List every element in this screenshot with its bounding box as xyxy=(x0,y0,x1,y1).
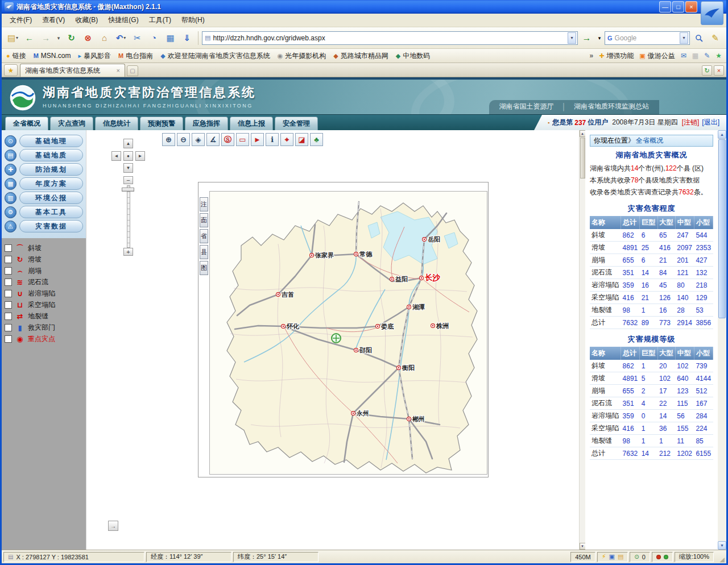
sidebar-button[interactable]: 基础地质 xyxy=(19,149,83,161)
home-button[interactable]: ⌂ xyxy=(97,30,112,45)
gift-icon[interactable]: ★ xyxy=(715,52,722,60)
zoom-slider-track[interactable] xyxy=(127,185,130,248)
zoom-control[interactable]: 缩放:100% xyxy=(675,552,714,562)
full-extent-tool[interactable]: ◈ xyxy=(192,133,205,146)
pan-down-button[interactable]: ▼ xyxy=(123,163,133,173)
breadcrumb-current[interactable]: 全省概况 xyxy=(636,136,663,146)
layer-checkbox[interactable] xyxy=(5,313,12,320)
panel-scrollbar[interactable]: ▲ ▼ xyxy=(579,130,585,550)
expand-panel-button[interactable]: → xyxy=(108,521,118,531)
menu-item[interactable]: 收藏(B) xyxy=(71,14,102,26)
gps-marker[interactable] xyxy=(332,334,341,343)
table-row[interactable]: 泥石流351422115167 xyxy=(590,397,713,410)
layer-checkbox[interactable] xyxy=(5,244,12,252)
history-dropdown[interactable]: ▾ xyxy=(55,30,63,45)
zoom-in-tool[interactable]: ⊕ xyxy=(162,133,175,146)
dropdown-arrow-icon[interactable]: ▾ xyxy=(123,35,126,40)
links-overflow-chevron[interactable]: » xyxy=(589,52,593,60)
header-link[interactable]: 湖南省国土资源厅 xyxy=(499,102,554,111)
nav-tab[interactable]: 灾点查询 xyxy=(50,117,93,130)
link-item[interactable]: ●链接 xyxy=(6,51,26,61)
logout-link[interactable]: [注销] xyxy=(682,118,700,127)
menu-item[interactable]: 帮助(H) xyxy=(177,14,209,26)
link-item[interactable]: ▸暴风影音 xyxy=(78,51,111,61)
scroll-up-icon[interactable]: ▲ xyxy=(718,130,726,139)
menu-item[interactable]: 快捷组(G) xyxy=(104,14,143,26)
table-row[interactable]: 滑坡489151026404144 xyxy=(590,372,713,385)
table-row[interactable]: 地裂缝98111185 xyxy=(590,435,713,447)
clear-tool[interactable]: ◪ xyxy=(295,133,308,146)
snap-button[interactable]: ✂ xyxy=(130,30,145,45)
network-icon[interactable]: ▣ xyxy=(609,553,614,560)
nav-tab[interactable]: 信息上报 xyxy=(230,117,273,130)
dropdown-arrow-icon[interactable]: ▾ xyxy=(16,35,18,40)
identify-tool[interactable]: ℹ xyxy=(266,133,279,146)
link-item[interactable]: ◉光年摄影机构 xyxy=(278,51,326,61)
download-button[interactable]: ⇓ xyxy=(179,30,195,45)
nav-tab[interactable]: 安全管理 xyxy=(275,117,318,130)
locate-tool[interactable]: ⌖ xyxy=(280,133,293,146)
main-scrollbar[interactable]: ▲ ▼ xyxy=(718,130,726,550)
table-row[interactable]: 崩塌655621201427 xyxy=(590,254,713,267)
close-all-button[interactable]: × xyxy=(714,65,724,76)
zoom-out-tool[interactable]: ⊖ xyxy=(177,133,190,146)
hunan-map-svg[interactable]: 张家界常德岳阳益阳长沙吉首湘潭株洲怀化娄底邵阳衡阳永州郴州 xyxy=(210,192,487,475)
notes-button[interactable]: ▦ xyxy=(163,30,178,45)
link-item[interactable]: ◆欢迎登陆湖南省地质灾害信息系统 xyxy=(160,51,270,61)
download-counter[interactable]: ⊙ 0 xyxy=(630,552,650,562)
map-layer-button[interactable]: 县 xyxy=(200,245,208,259)
lightning-icon[interactable]: ⚡ xyxy=(602,553,606,560)
favorites-sidebar-button[interactable]: ★ xyxy=(4,64,18,76)
zoom-in-slider-button[interactable]: + xyxy=(123,248,133,256)
link-item[interactable]: ▣傲游公益 xyxy=(639,51,675,61)
pan-up-button[interactable]: ▲ xyxy=(123,139,133,148)
layer-checkbox[interactable] xyxy=(5,324,12,331)
table-row[interactable]: 地裂缝981162853 xyxy=(590,304,713,317)
new-tab-button[interactable]: ▤▾ xyxy=(5,30,20,45)
sidebar-button[interactable]: 防治规划 xyxy=(19,163,83,176)
sidebar-button[interactable]: 环境公报 xyxy=(19,192,83,204)
pan-center-button[interactable]: ● xyxy=(123,151,133,161)
table-row[interactable]: 总计76321421212026155 xyxy=(590,447,713,460)
back-button[interactable]: ← xyxy=(22,30,37,45)
map-canvas[interactable]: 张家界常德岳阳益阳长沙吉首湘潭株洲怀化娄底邵阳衡阳永州郴州 xyxy=(209,191,487,475)
folder-icon[interactable]: ▤ xyxy=(618,553,623,560)
table-row[interactable]: 岩溶塌陷359164580218 xyxy=(590,279,713,292)
table-row[interactable]: 岩溶塌陷35901456284 xyxy=(590,410,713,422)
rect-select-tool[interactable]: ▭ xyxy=(236,133,249,146)
layer-checkbox[interactable] xyxy=(5,335,12,343)
pan-left-button[interactable]: ◄ xyxy=(111,151,121,161)
tab-close-icon[interactable]: × xyxy=(117,67,120,74)
new-tab-page-button[interactable]: ▢ xyxy=(127,65,138,76)
feed-icon[interactable]: ✎ xyxy=(704,52,710,60)
nav-tab[interactable]: 应急指挥 xyxy=(185,117,228,130)
menu-item[interactable]: 工具(T) xyxy=(144,14,176,26)
map-layer-button[interactable]: 省 xyxy=(200,229,208,243)
pan-right-button[interactable]: ► xyxy=(135,151,145,161)
messenger-icon[interactable]: ✉ xyxy=(681,52,686,60)
history-button[interactable]: ◔ xyxy=(146,30,162,45)
table-row[interactable]: 采空塌陷416136155224 xyxy=(590,422,713,435)
search-engine-dropdown[interactable]: ▾ xyxy=(680,32,688,44)
search-box[interactable]: G ▾ xyxy=(605,31,690,45)
layer-checkbox[interactable] xyxy=(5,256,12,263)
tab-active[interactable]: 湖南省地质灾害信息系统 × xyxy=(20,64,125,77)
panel-scroll-thumb[interactable] xyxy=(580,138,585,178)
refresh-all-button[interactable]: ↻ xyxy=(702,65,712,76)
table-row[interactable]: 采空塌陷41621126140129 xyxy=(590,292,713,304)
table-row[interactable]: 滑坡48912541620972353 xyxy=(590,242,713,254)
table-row[interactable]: 斜坡862665247544 xyxy=(590,229,713,242)
arrow-select-tool[interactable]: ► xyxy=(251,133,264,146)
address-bar[interactable]: ▤ ▾ xyxy=(202,31,578,45)
link-item[interactable]: MMSN.com xyxy=(34,52,71,60)
maxthon-logo[interactable] xyxy=(701,1,723,25)
panel-scroll-down-icon[interactable]: ▼ xyxy=(580,543,586,550)
table-row[interactable]: 总计76328977329143856 xyxy=(590,317,713,329)
search-input[interactable] xyxy=(615,32,677,44)
table-row[interactable]: 泥石流3511484121132 xyxy=(590,267,713,279)
scroll-down-icon[interactable]: ▼ xyxy=(718,541,726,550)
address-input[interactable] xyxy=(213,32,565,44)
go-dropdown[interactable]: ▾ xyxy=(595,30,603,45)
layer-checkbox[interactable] xyxy=(5,290,12,297)
link-item[interactable]: ✚增强功能 xyxy=(599,51,634,61)
